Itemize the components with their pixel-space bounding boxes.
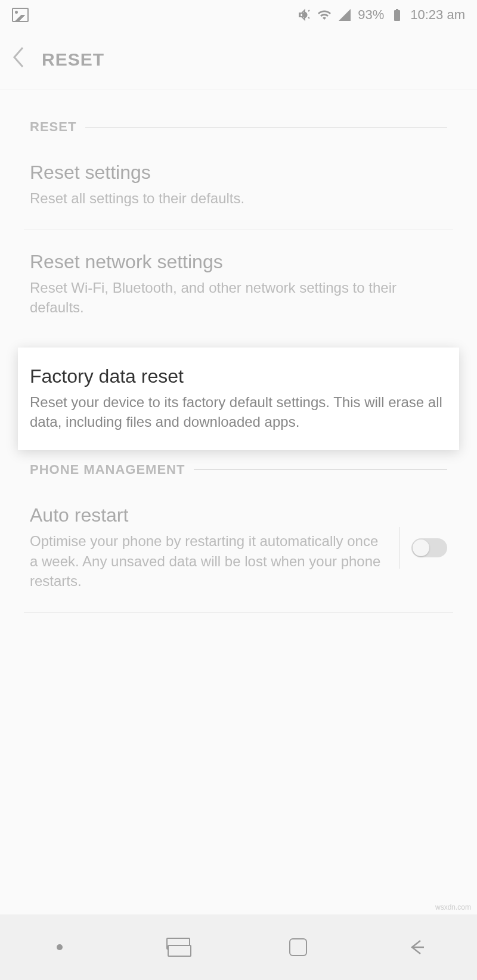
section-header-phone-management: PHONE MANAGEMENT	[0, 462, 477, 477]
watermark: wsxdn.com	[435, 903, 471, 911]
status-left	[12, 8, 29, 22]
item-title: Reset network settings	[30, 251, 447, 273]
status-right: 93% 10:23 am	[297, 7, 465, 23]
app-bar: RESET	[0, 30, 477, 89]
nav-back-button[interactable]	[402, 932, 432, 962]
back-button[interactable]	[12, 46, 24, 73]
battery-icon	[390, 8, 404, 22]
section-header-line	[194, 469, 447, 470]
wifi-icon	[317, 8, 332, 22]
home-icon	[289, 938, 307, 956]
clock-time: 10:23 am	[410, 7, 465, 23]
recents-icon	[168, 939, 190, 955]
reset-settings-item[interactable]: Reset settings Reset all settings to the…	[0, 141, 477, 230]
picture-notification-icon	[12, 8, 29, 22]
page-title: RESET	[42, 49, 104, 70]
item-title: Factory data reset	[30, 365, 447, 387]
section-header-line	[85, 127, 447, 128]
item-subtitle: Optimise your phone by restarting it aut…	[30, 531, 387, 591]
factory-data-reset-item[interactable]: Factory data reset Reset your device to …	[18, 348, 459, 450]
section-header-text: RESET	[30, 119, 76, 135]
auto-restart-item[interactable]: Auto restart Optimise your phone by rest…	[0, 483, 477, 612]
content: RESET Reset settings Reset all settings …	[0, 89, 477, 613]
nav-recents-button[interactable]	[164, 932, 194, 962]
vibrate-icon	[297, 8, 311, 22]
reset-network-settings-item[interactable]: Reset network settings Reset Wi-Fi, Blue…	[0, 230, 477, 339]
item-subtitle: Reset Wi-Fi, Bluetooth, and other networ…	[30, 278, 447, 318]
section-header-text: PHONE MANAGEMENT	[30, 462, 185, 477]
nav-home-button[interactable]	[283, 932, 313, 962]
navigation-bar	[0, 914, 477, 980]
back-icon	[408, 938, 426, 956]
item-subtitle: Reset your device to its factory default…	[30, 392, 447, 432]
divider	[24, 612, 453, 613]
status-bar: 93% 10:23 am	[0, 0, 477, 30]
item-text: Auto restart Optimise your phone by rest…	[30, 504, 387, 591]
auto-restart-toggle[interactable]	[411, 538, 447, 557]
signal-icon	[337, 8, 352, 22]
battery-percent: 93%	[358, 7, 384, 23]
item-title: Reset settings	[30, 162, 447, 184]
item-subtitle: Reset all settings to their defaults.	[30, 188, 447, 209]
toggle-divider	[399, 527, 399, 569]
nav-assistant-button[interactable]	[45, 932, 75, 962]
section-header-reset: RESET	[0, 119, 477, 135]
item-title: Auto restart	[30, 504, 387, 526]
dot-icon	[57, 944, 63, 950]
